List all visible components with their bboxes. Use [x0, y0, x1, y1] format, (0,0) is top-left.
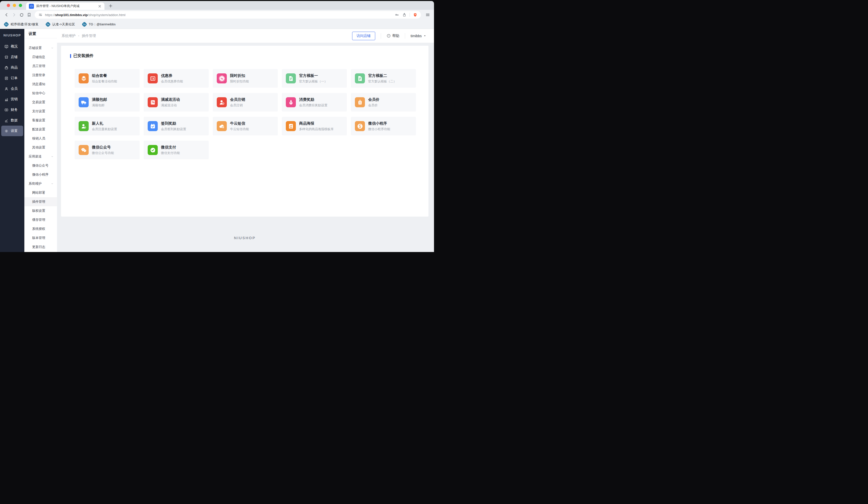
minimize-window-button[interactable]	[13, 4, 16, 7]
plugin-card-2[interactable]: % 限时折扣 限时折扣功能	[213, 69, 278, 88]
settings-menu-item-13[interactable]: 微信公众号	[24, 161, 57, 170]
sidebar-item-finance[interactable]: 财务	[0, 104, 24, 115]
layers-icon	[79, 73, 89, 83]
svg-text:%: %	[152, 101, 154, 104]
help-button[interactable]: ? 帮助	[386, 34, 399, 38]
site-settings-icon[interactable]	[38, 12, 43, 17]
settings-menu-item-7[interactable]: 支付设置	[24, 107, 57, 116]
calendar-check-icon	[148, 121, 158, 131]
settings-menu-item-2[interactable]: 员工管理	[24, 62, 57, 71]
plugin-card-3[interactable]: 官方模板一 官方默认模板（一）	[282, 69, 347, 88]
settings-menu-item-16[interactable]: 网站部署	[24, 188, 57, 197]
reload-icon[interactable]	[18, 11, 25, 18]
cloud-sms-icon	[217, 121, 227, 131]
settings-menu-item-3[interactable]: 注册登录	[24, 71, 57, 80]
settings-menu-item-11[interactable]: 其他设置	[24, 143, 57, 152]
settings-menu-item-5[interactable]: 短信中心	[24, 89, 57, 98]
bookmark-icon[interactable]	[25, 11, 33, 18]
tab-strip: 插件管理 - NIUSHO单商户商城	[0, 1, 434, 10]
brave-shield-icon[interactable]	[413, 12, 417, 17]
settings-menu-item-6[interactable]: 交易设置	[24, 98, 57, 107]
settings-menu-item-21[interactable]: 版本管理	[24, 234, 57, 243]
settings-menu-item-9[interactable]: 配送设置	[24, 125, 57, 134]
sidebar-item-settings[interactable]: 设置	[1, 126, 23, 136]
browser-menu-icon[interactable]	[424, 12, 431, 18]
member-icon	[4, 87, 9, 91]
sidebar-item-data[interactable]: 数据	[0, 115, 24, 126]
header-actions: 访问店铺 ? 帮助 timibbs	[352, 32, 426, 40]
tab-close-icon[interactable]	[97, 4, 102, 9]
plugin-card-5[interactable]: 满额包邮 满额包邮	[75, 93, 140, 112]
plugin-card-6[interactable]: % 满减送活动 满减送活动	[144, 93, 209, 112]
close-window-button[interactable]	[7, 4, 10, 7]
plugin-card-10[interactable]: 新人礼 会员注册奖励设置	[75, 117, 140, 135]
sidebar-item-marketing[interactable]: 营销	[0, 94, 24, 104]
section-title: 已安装插件	[70, 53, 416, 59]
share-icon[interactable]	[402, 12, 407, 17]
settings-menu-item-14[interactable]: 微信小程序	[24, 170, 57, 179]
discount-badge-icon: %	[217, 73, 227, 83]
plugin-card-13[interactable]: 商品海报 多样化的商品海报模板库	[282, 117, 347, 135]
username: timibbs	[411, 34, 422, 38]
url-text: https://shop101.timibbs.vip/shop/system/…	[45, 13, 125, 17]
plugin-card-11[interactable]: 签到奖励 会员签到奖励设置	[144, 117, 209, 135]
zoom-window-button[interactable]	[19, 4, 22, 7]
settings-menu-item-20[interactable]: 系统授权	[24, 224, 57, 234]
plugin-card-8[interactable]: ¥ 消费奖励 会员消费后奖励设置	[282, 93, 347, 112]
settings-menu-item-4[interactable]: 消息通知	[24, 80, 57, 89]
key-icon[interactable]	[395, 12, 399, 17]
bookmark-item-2[interactable]: Tm TG：@tianmeibbs	[82, 22, 115, 27]
plugin-card-4[interactable]: 官方模板二 官方默认模板（二）	[351, 69, 416, 88]
mini-program-icon	[355, 121, 365, 131]
settings-menu-item-1[interactable]: 店铺信息	[24, 52, 57, 62]
bookmark-item-0[interactable]: Tm 程序搭建/开发/修复	[4, 22, 39, 27]
settings-menu-item-17[interactable]: 插件管理	[24, 197, 57, 206]
overview-icon	[4, 44, 9, 49]
price-bag-icon	[355, 97, 365, 107]
footer-logo: NIUSHOP	[61, 236, 428, 240]
sidebar-item-order[interactable]: 订单	[0, 73, 24, 83]
data-icon	[4, 119, 9, 123]
settings-menu-group-15[interactable]: 系统维护	[24, 179, 57, 188]
window-controls	[7, 4, 22, 7]
address-bar-actions	[395, 12, 417, 17]
back-icon[interactable]	[3, 11, 10, 18]
settings-menu-item-18[interactable]: 版权设置	[24, 206, 57, 215]
forward-icon[interactable]	[11, 11, 18, 18]
settings-menu-item-22[interactable]: 更新日志	[24, 243, 57, 251]
settings-menu-item-10[interactable]: 核销人员	[24, 134, 57, 143]
plugin-card-0[interactable]: 组合套餐 组合套餐活动功能	[75, 69, 140, 88]
plugin-card-12[interactable]: 牛云短信 牛云短信功能	[213, 117, 278, 135]
plugin-card-1[interactable]: ¥ 优惠券 会员优惠券功能	[144, 69, 209, 88]
app-logo: NIUSHOP	[0, 29, 24, 41]
plugin-card-7[interactable]: 会员注销 会员注销	[213, 93, 278, 112]
title-accent-bar	[70, 54, 71, 58]
bookmark-item-1[interactable]: Tm 认准->天美社区	[46, 22, 75, 27]
settings-menu-item-8[interactable]: 客服设置	[24, 116, 57, 125]
new-tab-button[interactable]	[108, 3, 113, 8]
plugin-card-15[interactable]: 微信公众号 微信公众号功能	[75, 141, 140, 159]
sidebar-item-overview[interactable]: 概况	[0, 41, 24, 52]
caret-down-icon	[423, 34, 426, 38]
divider	[405, 33, 405, 39]
user-menu[interactable]: timibbs	[411, 34, 426, 38]
visit-shop-button[interactable]: 访问店铺	[352, 32, 375, 40]
plugin-card-14[interactable]: 微信小程序 微信小程序功能	[351, 117, 416, 135]
installed-plugins-card: 已安装插件 组合套餐 组合套餐活动功能 ¥ 优惠券 会员优惠券功能 % 限时折扣…	[61, 46, 428, 217]
plugin-card-9[interactable]: 会员价 会员价	[351, 93, 416, 112]
sidebar-item-shop[interactable]: 店铺	[0, 52, 24, 62]
wechat-pay-icon	[148, 145, 158, 155]
sidebar-item-goods[interactable]: 商品	[0, 62, 24, 73]
plugin-card-16[interactable]: 微信支付 微信支付功能	[144, 141, 209, 159]
wechat-icon	[79, 145, 89, 155]
settings-menu-group-12[interactable]: 应用渠道	[24, 152, 57, 161]
svg-text:¥: ¥	[290, 101, 292, 104]
browser-tab[interactable]: 插件管理 - NIUSHO单商户商城	[26, 2, 104, 10]
member-plus-icon	[79, 121, 89, 131]
address-bar[interactable]: https://shop101.timibbs.vip/shop/system/…	[35, 11, 421, 19]
bookmark-favicon-icon: Tm	[3, 21, 9, 27]
sidebar-item-member[interactable]: 会员	[0, 83, 24, 94]
chevron-down-icon	[51, 155, 54, 158]
settings-menu-item-19[interactable]: 缓存管理	[24, 215, 57, 224]
settings-menu-group-0[interactable]: 店铺设置	[24, 43, 57, 52]
